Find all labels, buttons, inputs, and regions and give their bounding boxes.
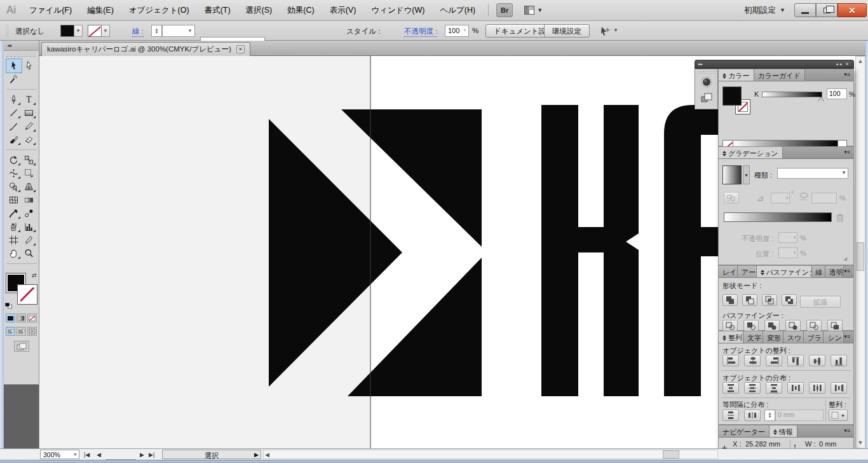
first-page-button[interactable]: |◀ bbox=[84, 450, 90, 458]
pathfinder-crop-button[interactable] bbox=[785, 320, 801, 331]
blob-brush-tool[interactable] bbox=[6, 133, 22, 146]
draw-normal-button[interactable] bbox=[6, 327, 15, 336]
distribute-d-top-button[interactable] bbox=[722, 382, 739, 394]
align-v-middle-button[interactable] bbox=[809, 355, 825, 366]
mesh-tool[interactable] bbox=[6, 193, 22, 207]
blend-tool[interactable] bbox=[22, 207, 37, 220]
spacing-space-h-button[interactable] bbox=[744, 410, 761, 421]
pathfinder-merge-button[interactable] bbox=[764, 320, 780, 331]
rectangle-tool[interactable] bbox=[22, 106, 37, 120]
align-h-left-button[interactable] bbox=[722, 355, 739, 366]
k-value-field[interactable]: 100 bbox=[827, 88, 847, 99]
align-tab-4[interactable]: ブラ bbox=[804, 331, 824, 343]
screen-mode-button[interactable] bbox=[14, 341, 29, 352]
spacing-stepper[interactable]: ▲▼ bbox=[764, 410, 775, 421]
panel-collapse-icon[interactable] bbox=[722, 335, 726, 341]
pencil-tool[interactable] bbox=[22, 120, 37, 133]
panel-menu-icon[interactable]: ▾≡ bbox=[844, 425, 853, 437]
chevron-down-icon[interactable]: ▼ bbox=[102, 25, 110, 37]
menu-item-0[interactable]: ファイル(F) bbox=[22, 3, 79, 18]
menu-item-1[interactable]: 編集(E) bbox=[79, 3, 121, 18]
gradient-mode-button[interactable] bbox=[17, 314, 26, 322]
panel-menu-icon[interactable]: ▾≡ bbox=[844, 331, 853, 343]
align-tab-5[interactable]: シン bbox=[824, 331, 844, 343]
color-tab-0[interactable]: カラー bbox=[719, 69, 754, 81]
spacing-space-v-button[interactable] bbox=[722, 410, 739, 421]
direct-selection-tool[interactable] bbox=[22, 59, 37, 73]
stop-opacity-field[interactable]: › bbox=[778, 232, 797, 243]
menu-item-7[interactable]: ウィンドウ(W) bbox=[363, 3, 432, 18]
align-tab-3[interactable]: スウ bbox=[783, 331, 804, 343]
shape-builder-tool[interactable] bbox=[6, 180, 22, 193]
symbol-sprayer-tool[interactable] bbox=[6, 220, 22, 233]
magic-wand-tool[interactable] bbox=[6, 73, 22, 86]
expand-button[interactable]: 拡張 bbox=[800, 296, 841, 308]
chevron-down-icon[interactable]: ▼ bbox=[74, 25, 83, 37]
type-tool[interactable]: T bbox=[22, 93, 37, 106]
dock-grip[interactable] bbox=[697, 71, 715, 74]
menu-item-3[interactable]: 書式(T) bbox=[197, 3, 238, 18]
scroll-down-icon[interactable]: ▼ bbox=[856, 438, 865, 448]
pathfinder-trim-button[interactable] bbox=[743, 320, 759, 331]
panel-collapse-icon[interactable] bbox=[722, 73, 726, 79]
panel-collapse-icon[interactable] bbox=[773, 429, 777, 435]
panel-menu-icon[interactable]: ▾≡ bbox=[844, 147, 853, 158]
pathfinder-minus-back-button[interactable] bbox=[827, 320, 843, 331]
overlapping-squares-panel-icon[interactable] bbox=[699, 90, 714, 104]
menu-item-2[interactable]: オブジェクト(O) bbox=[121, 3, 197, 18]
opacity-panel-link[interactable]: 不透明度 : bbox=[404, 27, 437, 37]
zoom-level-dropdown[interactable]: 300%▼ bbox=[40, 450, 79, 459]
delete-stop-icon[interactable] bbox=[836, 212, 844, 223]
scroll-up-icon[interactable]: ▲ bbox=[856, 57, 865, 66]
graph-tool[interactable] bbox=[22, 220, 37, 233]
gradient-aspect-field[interactable] bbox=[811, 193, 837, 204]
status-indicator[interactable]: 選択▶ bbox=[162, 450, 261, 459]
align-h-right-button[interactable] bbox=[766, 355, 782, 366]
color-mode-button[interactable] bbox=[6, 314, 15, 322]
panel-menu-icon[interactable]: ▾≡ bbox=[844, 266, 853, 277]
fill-color-picker[interactable]: ▼ bbox=[60, 25, 83, 37]
panel-collapse-icon[interactable] bbox=[722, 151, 726, 156]
width-tool[interactable] bbox=[6, 167, 22, 180]
shape-mode-intersect-button[interactable] bbox=[762, 294, 777, 306]
horizontal-scroll-thumb[interactable] bbox=[663, 450, 679, 459]
color-tab-1[interactable]: カラーガイド bbox=[754, 69, 805, 81]
slice-tool[interactable] bbox=[22, 233, 37, 247]
sphere-panel-icon[interactable] bbox=[699, 75, 714, 89]
align-v-top-button[interactable] bbox=[787, 355, 804, 366]
align-tab-0[interactable]: 整列 bbox=[719, 331, 743, 343]
stroke-none-swatch[interactable] bbox=[88, 25, 102, 37]
document-tab[interactable]: kawasiroキャリパーロゴ.ai @ 300%(CMYK/プレビュー) ✕ bbox=[41, 42, 250, 56]
artboard-tool[interactable] bbox=[6, 233, 22, 247]
close-button[interactable]: ✕ bbox=[837, 3, 867, 17]
hand-tool[interactable] bbox=[6, 247, 22, 260]
next-page-button[interactable]: ▶ bbox=[140, 450, 144, 458]
resize-grip-icon[interactable]: ◢ bbox=[843, 256, 847, 261]
distribute-d-bottom-button[interactable] bbox=[766, 382, 782, 394]
workspace-switcher[interactable]: 初期設定 ▼ bbox=[744, 5, 785, 16]
eraser-tool[interactable] bbox=[22, 133, 37, 146]
perspective-grid-tool[interactable] bbox=[22, 180, 37, 193]
pathfinder-tab-4[interactable]: 透明 bbox=[825, 266, 844, 277]
pen-tool[interactable] bbox=[6, 93, 22, 106]
info-tab-0[interactable]: ナビゲーター bbox=[719, 425, 770, 437]
menu-item-4[interactable]: 選択(S) bbox=[238, 3, 280, 18]
draw-behind-button[interactable] bbox=[17, 327, 26, 336]
distribute-d-right-button[interactable] bbox=[831, 382, 847, 394]
preferences-button[interactable]: 環境設定 bbox=[544, 24, 590, 38]
eyedropper-tool[interactable] bbox=[6, 207, 22, 220]
gradient-angle-field[interactable]: › bbox=[771, 193, 790, 204]
pathfinder-tab-0[interactable]: レイ bbox=[719, 266, 738, 277]
gradient-type-dropdown[interactable]: ▼ bbox=[777, 168, 848, 179]
stroke-weight-dropdown[interactable]: ▼ bbox=[162, 25, 195, 37]
chevron-down-icon[interactable]: ▼ bbox=[613, 27, 618, 33]
pathfinder-tab-3[interactable]: 線 bbox=[812, 266, 825, 277]
align-to-selector[interactable]: ▼ bbox=[829, 410, 848, 421]
zoom-tool[interactable] bbox=[22, 247, 37, 260]
opacity-field[interactable]: 100 › bbox=[445, 25, 469, 37]
panel-collapse-icon[interactable] bbox=[761, 270, 764, 275]
gradient-tab-0[interactable]: グラデーション bbox=[719, 147, 783, 158]
minimize-button[interactable] bbox=[794, 3, 816, 17]
slider-thumb-icon[interactable] bbox=[818, 97, 824, 102]
stroke-color-picker[interactable]: ▼ bbox=[88, 25, 110, 37]
